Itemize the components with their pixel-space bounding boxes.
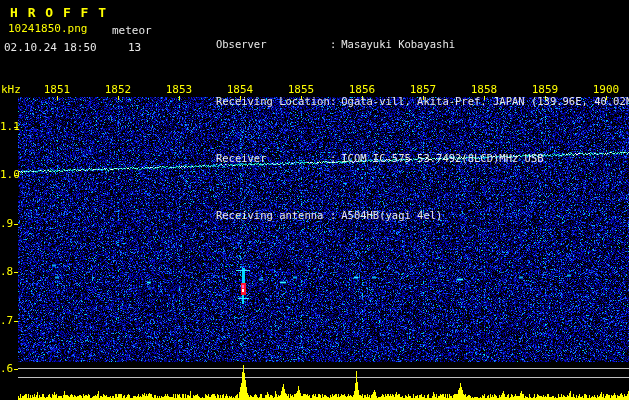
output-filename: 10241850.png <box>8 23 87 34</box>
y-tick-label: .7 <box>0 315 13 326</box>
info-row-receiver: Receiver:ICOM IC-575 53.7492(8LCD)MHz US… <box>178 142 629 176</box>
y-axis-unit-label: kHz <box>1 84 21 95</box>
y-tick-label: .9 <box>0 218 13 229</box>
x-tick-label: 1855 <box>287 84 315 95</box>
station-info: Observer:Masayuki Kobayashi Receiving Lo… <box>178 5 629 256</box>
info-label-antenna: Receiving antenna <box>216 210 330 221</box>
info-value-antenna: A504HB(yagi 4el) <box>341 209 442 221</box>
info-label-receiver: Receiver <box>216 153 330 164</box>
y-tick-label: 1.1 <box>0 121 13 132</box>
info-value-location: Ogata-vill. Akita-Pref. JAPAN (139.96E, … <box>341 95 629 107</box>
info-label-observer: Observer <box>216 39 330 50</box>
info-value-receiver: ICOM IC-575 53.7492(8LCD)MHz USB <box>341 152 543 164</box>
x-tick-label: 1858 <box>470 84 498 95</box>
x-tick-label: 1857 <box>409 84 437 95</box>
x-tick-label: 1853 <box>165 84 193 95</box>
meteor-count: 13 <box>128 42 141 53</box>
info-row-antenna: Receiving antenna:A504HB(yagi 4el) <box>178 199 629 233</box>
x-tick-label: 1851 <box>43 84 71 95</box>
y-tick-label: .8 <box>0 266 13 277</box>
mode-label: meteor <box>112 25 152 36</box>
info-separator: : <box>330 152 336 164</box>
info-separator: : <box>330 95 336 107</box>
info-value-observer: Masayuki Kobayashi <box>341 38 455 50</box>
y-tick-label: .6 <box>0 363 13 374</box>
y-tick-label: 1.0 <box>0 169 13 180</box>
x-tick-label: 1859 <box>531 84 559 95</box>
timestamp: 02.10.24 18:50 <box>4 42 97 53</box>
x-tick-label: 1854 <box>226 84 254 95</box>
x-tick-label: 1852 <box>104 84 132 95</box>
x-tick-label: 1856 <box>348 84 376 95</box>
info-row-observer: Observer:Masayuki Kobayashi <box>178 28 629 62</box>
hrofft-screen: H R O F F T 10241850.png meteor 02.10.24… <box>0 0 629 400</box>
info-separator: : <box>330 209 336 221</box>
info-label-location: Receiving Location <box>216 96 330 107</box>
app-title: H R O F F T <box>10 6 107 19</box>
info-separator: : <box>330 38 336 50</box>
x-tick-label: 1900 <box>592 84 620 95</box>
